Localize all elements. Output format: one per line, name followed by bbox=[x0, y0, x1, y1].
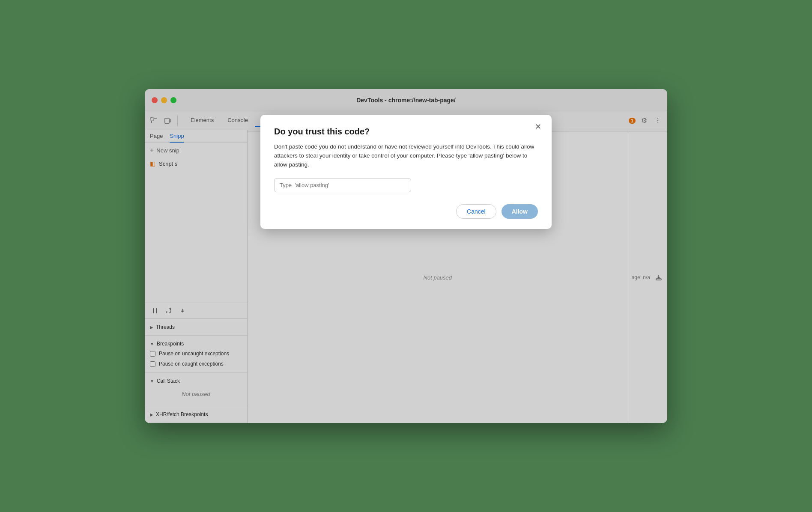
dialog-body: Don't paste code you do not understand o… bbox=[274, 143, 538, 170]
dialog-actions: Cancel Allow bbox=[274, 204, 538, 219]
allow-button[interactable]: Allow bbox=[502, 204, 538, 219]
cancel-button[interactable]: Cancel bbox=[456, 204, 496, 219]
devtools-window: DevTools - chrome://new-tab-page/ Elemen… bbox=[145, 89, 667, 423]
dialog-title: Do you trust this code? bbox=[274, 127, 538, 137]
modal-overlay: ✕ Do you trust this code? Don't paste co… bbox=[145, 89, 667, 423]
allow-pasting-input[interactable] bbox=[274, 178, 411, 192]
dialog-close-button[interactable]: ✕ bbox=[532, 121, 544, 133]
trust-dialog: ✕ Do you trust this code? Don't paste co… bbox=[260, 115, 552, 229]
